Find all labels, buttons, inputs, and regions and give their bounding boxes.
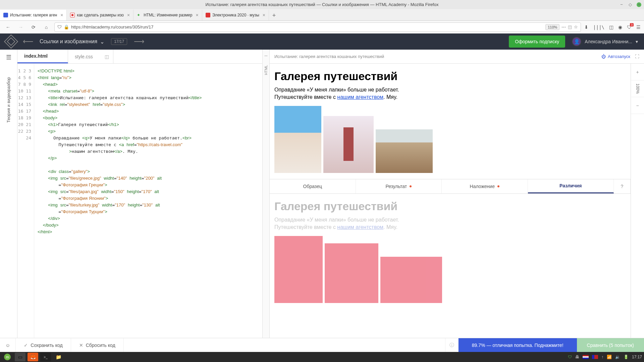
- logo-icon[interactable]: [4, 35, 18, 49]
- downloads-icon[interactable]: ⬇: [584, 24, 588, 30]
- printer-icon[interactable]: 🖶: [575, 355, 579, 359]
- compare-button[interactable]: Сравнить (5 попыток): [577, 338, 644, 352]
- os-taskbar: m ▭ 🦊 >_ 📁 🛡 🖶 ↑ 📶 🔉 🔋 17:17: [0, 352, 644, 362]
- text: . Мяу.: [383, 94, 397, 100]
- tab-label: Испытание: галерея аген: [10, 13, 57, 17]
- sidebar-icon[interactable]: ◫: [609, 24, 613, 30]
- code-editor[interactable]: 1 2 3 4 5 6 7 8 9 10 11 12 13 14 15 16 1…: [17, 64, 262, 338]
- clock[interactable]: 17:17: [632, 355, 642, 359]
- zoom-text: 100%: [635, 83, 640, 94]
- updates-icon[interactable]: ↑: [601, 355, 603, 359]
- star-icon[interactable]: ☆: [574, 24, 578, 29]
- save-button[interactable]: ✓Сохранить код: [16, 338, 71, 352]
- reset-label: Сбросить код: [86, 343, 115, 348]
- tab-index-html[interactable]: index.html: [17, 50, 68, 63]
- home-button[interactable]: ⌂: [42, 22, 51, 32]
- wifi-icon[interactable]: 📶: [607, 355, 612, 359]
- preview-heading: Галерея путешествий: [274, 70, 626, 83]
- editor-pane: index.html style.css ◫ 1 2 3 4 5 6 7 8 9…: [17, 50, 262, 338]
- more-icon[interactable]: ⋯: [561, 24, 566, 29]
- tab-label: Образец: [303, 184, 322, 189]
- tab-close-icon[interactable]: ×: [263, 12, 265, 18]
- favicon-icon: ✦: [137, 13, 142, 17]
- taskbar-files[interactable]: ▭: [15, 353, 25, 361]
- tab-overlay[interactable]: Наложение: [442, 179, 528, 193]
- battery-icon[interactable]: 🔋: [624, 355, 629, 359]
- shield-icon[interactable]: 🛡: [568, 355, 572, 359]
- browser-tab-4[interactable]: Электроника 2020 · музы ×: [202, 10, 269, 20]
- tab-diff[interactable]: Различия: [528, 179, 614, 193]
- new-tab-button[interactable]: +: [269, 10, 279, 20]
- start-menu[interactable]: m: [2, 353, 13, 361]
- tab-label: Наложение: [470, 184, 495, 189]
- flag-icon[interactable]: [583, 355, 589, 359]
- dot-icon: [410, 185, 412, 187]
- mint-icon: m: [4, 354, 11, 360]
- address-bar[interactable]: 🛡 🔒 https://htmlacademy.ru/courses/305/r…: [54, 22, 581, 32]
- check-icon: ✓: [24, 343, 28, 348]
- minimize-icon[interactable]: −: [619, 2, 624, 7]
- extension-icon[interactable]: 🛡3: [627, 24, 632, 30]
- autorun-label: Автозапуск: [608, 54, 630, 59]
- browser-tab-1[interactable]: Испытание: галерея аген ×: [0, 10, 67, 20]
- keyboard-layout-icon[interactable]: [592, 355, 598, 359]
- autorun-toggle[interactable]: ⏻ Автозапуск: [601, 54, 630, 59]
- diff-gallery: [274, 236, 626, 303]
- taskbar-terminal[interactable]: >_: [40, 353, 51, 361]
- browser-tab-2[interactable]: как сделать размеры изо ×: [67, 10, 133, 20]
- menu-icon[interactable]: ☰: [6, 54, 11, 61]
- zoom-out-button[interactable]: −: [631, 97, 644, 114]
- preview-paragraph: Оправдание «У меня лапки» больше не рабо…: [274, 86, 626, 101]
- feedback-button[interactable]: ☺: [0, 338, 16, 352]
- tab-close-icon[interactable]: ×: [127, 12, 130, 18]
- tab-label: Различия: [559, 183, 582, 188]
- reload-button[interactable]: ⟳: [29, 22, 38, 32]
- help-button[interactable]: ?: [614, 179, 631, 193]
- tab-label: как сделать размеры изо: [77, 13, 124, 17]
- agency-link[interactable]: нашим агентством: [337, 224, 383, 230]
- close-icon[interactable]: ×: [637, 2, 641, 7]
- preview-title: Испытание: галерея агентства кошачьих пу…: [274, 54, 597, 59]
- info-icon[interactable]: ⓘ: [445, 338, 459, 352]
- tab-close-icon[interactable]: ×: [60, 12, 63, 18]
- course-name: Ссылки и изображения: [40, 39, 97, 45]
- save-label: Сохранить код: [31, 343, 62, 348]
- split-icon[interactable]: ◫: [105, 54, 109, 59]
- reset-button[interactable]: ✕Сбросить код: [71, 338, 124, 352]
- resize-icon[interactable]: ↔: [264, 53, 268, 58]
- next-lesson-button[interactable]: ⟶: [134, 37, 144, 46]
- library-icon[interactable]: |||\: [593, 24, 604, 30]
- forward-button[interactable]: →: [16, 22, 25, 32]
- tab-result[interactable]: Результат: [356, 179, 442, 193]
- avatar: 👤: [572, 37, 581, 46]
- prev-lesson-button[interactable]: ⟵: [23, 37, 33, 46]
- pane-divider[interactable]: ↔ HTML: [262, 50, 270, 338]
- zoom-badge[interactable]: 110%: [545, 24, 559, 30]
- tab-close-icon[interactable]: ×: [196, 12, 198, 18]
- fullscreen-icon[interactable]: ⛶: [635, 54, 639, 59]
- app-footer: ☺ ✓Сохранить код ✕Сбросить код ⓘ 89.7% —…: [0, 338, 644, 352]
- maximize-icon[interactable]: ◇: [628, 2, 633, 7]
- score-bar: 89.7% — отличная попытка. Поднажмите!: [459, 338, 577, 352]
- taskbar-firefox[interactable]: 🦊: [28, 353, 38, 361]
- reader-icon[interactable]: ◫: [568, 24, 572, 29]
- user-menu[interactable]: 👤 Александра Иванни... ▾: [572, 37, 638, 46]
- preview-siderail: + 100% −: [631, 64, 644, 338]
- taskbar-folder[interactable]: 📁: [53, 353, 64, 361]
- tab-label: HTML: Изменение размер: [144, 13, 192, 17]
- subscribe-button[interactable]: Оформить подписку: [509, 36, 565, 48]
- volume-icon[interactable]: 🔉: [615, 355, 620, 359]
- back-button[interactable]: ←: [3, 22, 13, 32]
- course-title[interactable]: Ссылки и изображения ⌄: [40, 39, 104, 45]
- agency-link[interactable]: нашим агентством: [337, 94, 383, 100]
- account-icon[interactable]: ◉: [618, 24, 622, 30]
- browser-tab-3[interactable]: ✦ HTML: Изменение размер ×: [133, 10, 202, 20]
- code-content[interactable]: <!DOCTYPE html> <html lang="ru"> <head> …: [34, 64, 262, 338]
- tab-style-css[interactable]: style.css ◫: [68, 50, 113, 63]
- menu-icon[interactable]: ☰: [636, 24, 641, 30]
- tab-label: Результат: [385, 184, 407, 189]
- zoom-in-button[interactable]: +: [631, 64, 644, 80]
- theory-button[interactable]: Теория и видеоразбор: [6, 77, 11, 123]
- tab-sample[interactable]: Образец: [270, 179, 356, 193]
- system-tray: 🛡 🖶 ↑ 📶 🔉 🔋 17:17: [568, 355, 642, 359]
